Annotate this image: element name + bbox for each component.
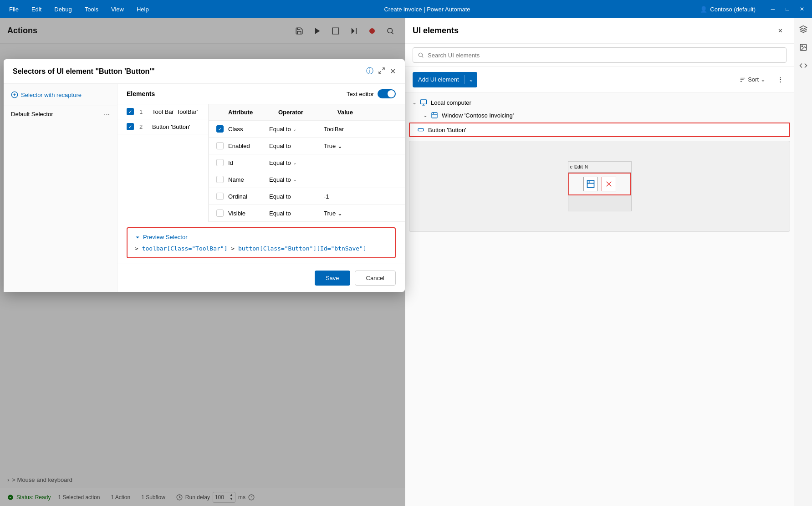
selector-more-button[interactable]: ⋯ [104, 111, 110, 118]
modal-sidebar: Selector with recapture Default Selector… [4, 84, 117, 292]
modal-header: Selectors of UI element "Button 'Button'… [4, 59, 405, 84]
tree-item-computer[interactable]: ⌄ Local computer [405, 96, 794, 109]
save-button[interactable]: Save [315, 271, 350, 286]
attr-checkbox-class[interactable]: ✓ [216, 125, 224, 133]
menu-item-debug[interactable]: Debug [49, 3, 77, 15]
button-item-icon [417, 126, 424, 133]
attributes-section: Attribute Operator Value ✓ Class Equa [209, 104, 405, 222]
right-panel-toolbar: Add UI element ⌄ Sort ⌄ ⋮ [405, 67, 794, 92]
computer-label: Local computer [431, 99, 471, 106]
attr-checkbox-enabled[interactable] [216, 142, 224, 149]
preview-save-icon [583, 177, 598, 191]
search-box [413, 47, 786, 63]
attr-name-visible: Visible [228, 210, 269, 217]
element-checkbox-2[interactable]: ✓ [127, 123, 134, 130]
attr-col-operator: Operator [278, 109, 337, 116]
modal-body: Selector with recapture Default Selector… [4, 84, 405, 292]
element-name-2: Button 'Button' [152, 123, 190, 130]
close-button[interactable]: ✕ [796, 3, 808, 15]
code-icon[interactable] [796, 58, 811, 73]
preview-selector: Preview Selector > toolbar[Class="ToolBa… [127, 227, 396, 258]
close-panel-button[interactable]: ✕ [774, 25, 786, 37]
attr-name-id: Id [228, 159, 269, 166]
ui-elements-title: UI elements [413, 26, 770, 36]
window-title: Create invoice | Power Automate [154, 6, 700, 13]
svg-marker-35 [800, 26, 807, 30]
menu-item-view[interactable]: View [106, 3, 129, 15]
text-editor-toggle-switch[interactable] [378, 89, 396, 98]
add-selector-button[interactable]: Selector with recapture [11, 89, 110, 100]
attr-checkbox-name[interactable] [216, 176, 224, 183]
add-ui-element-button[interactable]: Add UI element ⌄ [413, 72, 477, 87]
cancel-button[interactable]: Cancel [355, 271, 396, 286]
element-row-1[interactable]: ✓ 1 Tool Bar 'ToolBar' [117, 104, 208, 119]
attr-operator-visible: Equal to [269, 210, 324, 217]
user-info: 👤 Contoso (default) [700, 6, 756, 13]
chevron-down-id: ⌄ [293, 160, 296, 165]
modal-title: Selectors of UI element "Button 'Button'… [13, 67, 362, 76]
attr-operator-enabled: Equal to [269, 143, 324, 149]
attr-checkbox-visible[interactable] [216, 210, 224, 217]
attr-operator-class[interactable]: Equal to ⌄ [269, 126, 324, 133]
window-controls: ─ □ ✕ [766, 3, 808, 15]
preview-selector-header[interactable]: Preview Selector [135, 234, 388, 240]
attr-value-visible: True ⌄ [324, 210, 398, 217]
add-selector-label: Selector with recapture [21, 92, 82, 98]
info-icon[interactable]: ⓘ [366, 66, 373, 76]
minimize-button[interactable]: ─ [766, 3, 779, 15]
sort-button[interactable]: Sort ⌄ [735, 73, 770, 86]
add-ui-dropdown-arrow[interactable]: ⌄ [465, 76, 477, 83]
chevron-down-computer: ⌄ [413, 100, 416, 105]
attr-checkbox-ordinal[interactable] [216, 193, 224, 200]
preview-label-e: e [570, 164, 573, 169]
menu-item-help[interactable]: Help [131, 3, 154, 15]
menu-item-file[interactable]: File [4, 3, 24, 15]
svg-rect-29 [418, 128, 424, 131]
preview-code-toolbar: toolbar[Class="ToolBar"] [142, 245, 228, 252]
chevron-down-window: ⌄ [424, 113, 427, 118]
window-label: Window 'Contoso Invoicing' [442, 112, 514, 119]
tree-item-window[interactable]: ⌄ Window 'Contoso Invoicing' [405, 109, 794, 122]
preview-area: e Edit N [409, 141, 790, 232]
attr-operator-id[interactable]: Equal to ⌄ [269, 159, 324, 166]
preview-code-button: button[Class="Button"][Id="btnSave"] [238, 245, 367, 252]
menu-item-edit[interactable]: Edit [26, 3, 47, 15]
layers-icon[interactable] [796, 22, 811, 36]
preview-label-edit: Edit [574, 164, 583, 169]
more-options-button[interactable]: ⋮ [774, 73, 786, 86]
element-num-2: 2 [139, 123, 147, 130]
svg-line-19 [422, 56, 424, 58]
add-ui-element-label: Add UI element [413, 76, 465, 83]
element-row-2[interactable]: ✓ 2 Button 'Button' [117, 119, 208, 134]
preview-close-btn [602, 177, 616, 191]
attr-operator-name[interactable]: Equal to ⌄ [269, 176, 324, 183]
image-icon[interactable] [796, 40, 811, 55]
attr-col-value: Value [337, 109, 398, 116]
sort-chevron: ⌄ [761, 76, 766, 83]
search-input[interactable] [428, 52, 781, 59]
svg-rect-23 [420, 100, 426, 104]
chevron-down-icon: ⌄ [293, 127, 296, 132]
default-selector-item[interactable]: Default Selector ⋯ [4, 106, 117, 122]
modal-close-button[interactable]: ✕ [390, 67, 396, 76]
preview-code-arrow: > [135, 245, 142, 252]
menu-item-tools[interactable]: Tools [79, 3, 104, 15]
elements-title: Elements [127, 90, 339, 97]
resize-icon[interactable] [378, 67, 385, 76]
toggle-knob [388, 90, 395, 97]
button-item-label: Button 'Button' [428, 127, 466, 133]
user-name: Contoso (default) [710, 6, 756, 13]
preview-toolbar-area [568, 173, 631, 195]
chevron-down-enabled: ⌄ [337, 143, 342, 149]
chevron-down-visible: ⌄ [337, 210, 342, 217]
svg-line-12 [382, 68, 384, 70]
maximize-button[interactable]: □ [781, 3, 794, 15]
attr-value-enabled: True ⌄ [324, 143, 398, 149]
modal-content-header: Elements Text editor [117, 84, 405, 104]
attr-checkbox-id[interactable] [216, 159, 224, 166]
highlighted-button-item[interactable]: Button 'Button' [409, 123, 790, 137]
preview-label-n: N [585, 164, 588, 169]
attr-operator-ordinal: Equal to [269, 193, 324, 200]
side-icons [794, 18, 812, 506]
element-checkbox-1[interactable]: ✓ [127, 108, 134, 115]
